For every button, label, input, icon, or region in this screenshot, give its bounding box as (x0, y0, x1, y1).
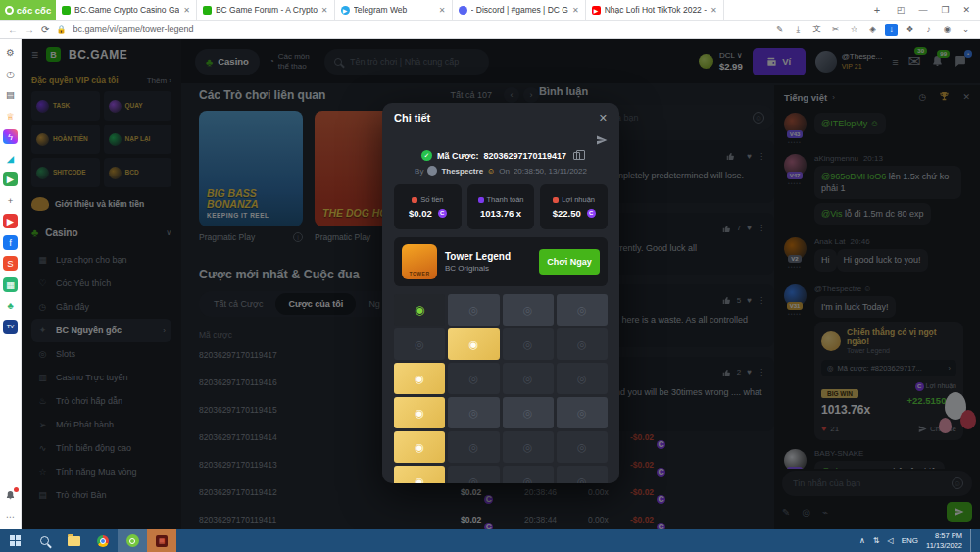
browser-tab[interactable]: BC.Game Crypto Casino Ga✕ (56, 0, 197, 20)
tower-picked-tile[interactable]: ◉ (448, 328, 499, 360)
settings-icon[interactable]: ⚙ (3, 45, 18, 60)
share-icon[interactable] (596, 134, 608, 146)
star-icon[interactable]: ☆ (848, 24, 860, 36)
coccoc-logo[interactable]: cốc cốc (0, 0, 56, 20)
link-icon[interactable]: ✎ (773, 24, 786, 36)
taskbar-search[interactable] (29, 529, 59, 552)
tower-tile[interactable]: ◎ (557, 363, 608, 394)
back-icon[interactable]: ← (8, 25, 18, 35)
more-tools-icon[interactable]: ⌄ (959, 24, 972, 36)
tab-close-icon[interactable]: ✕ (439, 6, 446, 15)
download-active-icon[interactable]: ↓ (885, 24, 898, 36)
stat-icon (553, 197, 559, 203)
tab-close-icon[interactable]: ✕ (710, 6, 717, 15)
profile-icon[interactable]: ◉ (941, 24, 954, 36)
file-explorer[interactable] (59, 529, 88, 552)
hn-tv-icon[interactable]: TV (3, 320, 18, 334)
new-tab-button[interactable]: + (867, 0, 887, 20)
discord-favicon (459, 6, 467, 15)
tower-tile[interactable]: ◎ (503, 294, 554, 326)
tower-tile[interactable]: ◎ (448, 363, 499, 394)
tower-tile[interactable]: ◎ (557, 397, 608, 428)
tower-grid: ◉◎◎◎◎◉◎◎◉◎◎◎◉◎◎◎◉◎◎◎◉◎◎◎ (394, 294, 608, 483)
chrome-app[interactable] (88, 529, 118, 552)
show-desktop[interactable] (970, 529, 974, 552)
player-name[interactable]: Thespectre (441, 167, 483, 176)
tower-tile[interactable]: ◎ (557, 466, 608, 483)
shop-icon[interactable]: S (3, 256, 18, 271)
browser-tab[interactable]: ▶Telegram Web✕ (335, 0, 453, 20)
more-icon[interactable]: ⋯ (3, 509, 18, 524)
stats-chart-icon[interactable]: ◢ (3, 151, 18, 166)
extension-icon[interactable]: ❖ (904, 24, 916, 36)
modal-body: ✓ Mã Cược: 82036297170119417 By Thespect… (382, 132, 619, 483)
browser-side-rail: ⚙◷▤♕ϟ◢▶+▶fS▦♣TV⋯ (0, 39, 22, 529)
translate-icon[interactable]: 文 (810, 24, 823, 36)
game-provider: BC Originals (445, 264, 531, 273)
reload-icon[interactable]: ⟳ (41, 25, 49, 35)
add-app-icon[interactable]: + (3, 193, 18, 208)
tower-picked-tile[interactable]: ◉ (394, 397, 445, 428)
stat-label-row: Số tiền (412, 195, 443, 204)
tower-picked-tile[interactable]: ◉ (394, 363, 445, 394)
plant-icon[interactable]: ♣ (3, 298, 18, 313)
bet-stats-row: Số tiền$0.02CThanh toán1013.76 xLợi nhuậ… (394, 184, 608, 229)
modal-close-icon[interactable]: ✕ (599, 112, 608, 125)
notifications-icon[interactable] (3, 488, 18, 503)
vip-crown-icon[interactable]: ♕ (3, 109, 18, 124)
tab-close-icon[interactable]: ✕ (183, 6, 190, 15)
tower-tile[interactable]: ◎ (448, 397, 499, 428)
tower-tile[interactable]: ◎ (557, 328, 608, 360)
messenger-icon[interactable]: ϟ (3, 129, 18, 144)
close-icon[interactable]: ✕ (962, 5, 970, 15)
game-center-icon[interactable]: ▶ (3, 172, 18, 186)
tower-tile[interactable]: ◎ (448, 294, 499, 326)
language-indicator[interactable]: ENG (902, 536, 918, 545)
tower-tile[interactable]: ◎ (503, 431, 554, 463)
screenshot-icon[interactable]: ✂ (829, 24, 842, 36)
url-text[interactable]: bc.game/vi/game/tower-legend (73, 25, 766, 34)
media-icon[interactable]: ♪ (922, 24, 935, 36)
tower-tile[interactable]: ◎ (557, 294, 608, 326)
tower-tile[interactable]: ◎ (503, 397, 554, 428)
shield-icon[interactable]: ◈ (866, 24, 879, 36)
game-thumbnail[interactable]: TOWER (402, 244, 437, 279)
tab-close-icon[interactable]: ✕ (321, 6, 328, 15)
tab-close-icon[interactable]: ✕ (572, 6, 579, 15)
tower-tile[interactable]: ◎ (557, 431, 608, 463)
notes-icon[interactable]: ▦ (3, 277, 18, 292)
forward-icon[interactable]: → (24, 25, 34, 35)
folder-icon (68, 536, 80, 546)
stat-label: Thanh toán (487, 195, 524, 204)
maximize-icon[interactable]: ❐ (941, 5, 949, 15)
tower-picked-tile[interactable]: ◉ (394, 466, 445, 483)
reading-list-icon[interactable]: ▤ (3, 87, 18, 102)
active-app[interactable]: ▦ (147, 529, 176, 552)
coccoc-app[interactable] (118, 529, 147, 552)
tower-tile[interactable]: ◎ (503, 363, 554, 394)
facebook-icon[interactable]: f (3, 235, 18, 250)
copy-icon[interactable] (573, 152, 580, 160)
tray-expand-icon[interactable]: ∧ (859, 536, 865, 545)
tower-tile[interactable]: ◎ (503, 328, 554, 360)
clock[interactable]: 8:57 PM 11/13/2022 (926, 531, 962, 550)
browser-tab[interactable]: BC Game Forum - A Crypto✕ (197, 0, 335, 20)
tower-picked-tile[interactable]: ◉ (394, 431, 445, 463)
tower-tile[interactable]: ◎ (448, 466, 499, 483)
play-now-button[interactable]: Chơi Ngay (539, 249, 600, 275)
download-tray-icon[interactable]: ⤓ (792, 24, 805, 36)
youtube-icon[interactable]: ▶ (3, 214, 18, 228)
minimize-icon[interactable]: — (918, 5, 927, 15)
tower-tile[interactable]: ◎ (503, 466, 554, 483)
start-button[interactable] (0, 529, 29, 552)
tower-tile[interactable]: ◎ (394, 328, 445, 360)
tab-label: Nhạc Lofi Hot TikTok 2022 - (605, 5, 707, 15)
browser-tab[interactable]: ▶Nhạc Lofi Hot TikTok 2022 -✕ (586, 0, 724, 20)
lock-icon[interactable]: 🔒 (56, 25, 66, 34)
tower-egg-tile[interactable]: ◉ (394, 294, 445, 326)
history-icon[interactable]: ◷ (3, 67, 18, 81)
tower-tile[interactable]: ◎ (448, 431, 499, 463)
workspace-icon[interactable]: ◰ (897, 5, 906, 15)
browser-tab[interactable]: - Discord | #games | DC G✕ (453, 0, 586, 20)
volume-icon[interactable]: ◁ (888, 536, 894, 545)
